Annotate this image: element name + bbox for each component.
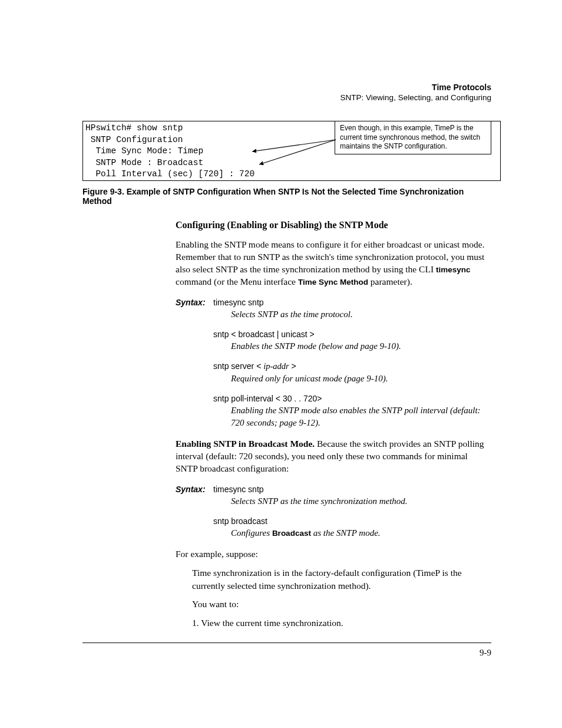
syntax-description: Enabling the SNTP mode also enables the … bbox=[231, 404, 491, 429]
list-item: 1. View the current time synchronization… bbox=[192, 617, 491, 630]
footer-rule bbox=[82, 643, 491, 643]
run-in-heading: Enabling SNTP in Broadcast Mode. bbox=[176, 439, 315, 449]
syntax-description: Selects SNTP as the time synchronization… bbox=[231, 495, 491, 507]
page: Time Protocols SNTP: Viewing, Selecting,… bbox=[0, 0, 562, 693]
paragraph: Enabling SNTP in Broadcast Mode. Because… bbox=[176, 438, 491, 475]
text: sntp server < bbox=[213, 361, 263, 371]
list-item: Time synchronization is in the factory-d… bbox=[192, 566, 491, 592]
syntax-label: Syntax: bbox=[176, 485, 213, 494]
syntax-block: Syntax: timesync sntp Selects SNTP as th… bbox=[176, 298, 491, 429]
syntax-command: timesync sntp bbox=[213, 298, 264, 307]
paragraph: For example, suppose: bbox=[176, 548, 491, 561]
example-list: Time synchronization is in the factory-d… bbox=[192, 566, 491, 630]
menu-command: Time Sync Method bbox=[298, 278, 368, 286]
list-item: You want to: bbox=[192, 598, 491, 611]
syntax-description: Selects SNTP as the time protocol. bbox=[231, 308, 491, 320]
syntax-command: sntp broadcast bbox=[213, 516, 491, 526]
term-line: SNTP Mode : Broadcast bbox=[85, 157, 498, 169]
syntax-command: sntp server < ip-addr > bbox=[213, 361, 491, 371]
text: parameter). bbox=[368, 276, 412, 286]
term-line: Poll Interval (sec) [720] : 720 bbox=[85, 169, 498, 180]
header-subtitle: SNTP: Viewing, Selecting, and Configurin… bbox=[82, 93, 491, 102]
syntax-command: sntp < broadcast | unicast > bbox=[213, 330, 491, 339]
syntax-description: Configures Broadcast as the SNTP mode. bbox=[231, 527, 491, 539]
syntax-command: timesync sntp bbox=[213, 485, 264, 494]
content-block: Configuring (Enabling or Disabling) the … bbox=[176, 220, 491, 630]
figure-caption: Figure 9-3. Example of SNTP Configuratio… bbox=[82, 187, 491, 206]
syntax-description: Enables the SNTP mode (below and page 9-… bbox=[231, 340, 491, 352]
text: as the SNTP mode. bbox=[311, 528, 381, 538]
mode-name: Broadcast bbox=[272, 529, 311, 538]
callout-box: Even though, in this example, TimeP is t… bbox=[335, 121, 491, 154]
paragraph: Enabling the SNTP mode means to configur… bbox=[176, 239, 491, 288]
text: command (or the Menu interface bbox=[176, 276, 298, 286]
text: Configures bbox=[231, 528, 272, 538]
figure-9-3: HPswitch# show sntp SNTP Configuration T… bbox=[82, 121, 491, 181]
page-header: Time Protocols SNTP: Viewing, Selecting,… bbox=[82, 83, 491, 102]
syntax-description: Required only for unicast mode (page 9-1… bbox=[231, 373, 491, 384]
header-title: Time Protocols bbox=[82, 83, 491, 92]
page-number: 9-9 bbox=[82, 648, 491, 658]
syntax-label: Syntax: bbox=[176, 298, 213, 307]
cli-command: timesync bbox=[436, 265, 471, 274]
param: ip-addr bbox=[263, 361, 289, 371]
section-title: Configuring (Enabling or Disabling) the … bbox=[176, 220, 491, 230]
syntax-block: Syntax: timesync sntp Selects SNTP as th… bbox=[176, 485, 491, 539]
text: > bbox=[289, 361, 296, 371]
syntax-command: sntp poll-interval < 30 . . 720> bbox=[213, 394, 491, 403]
